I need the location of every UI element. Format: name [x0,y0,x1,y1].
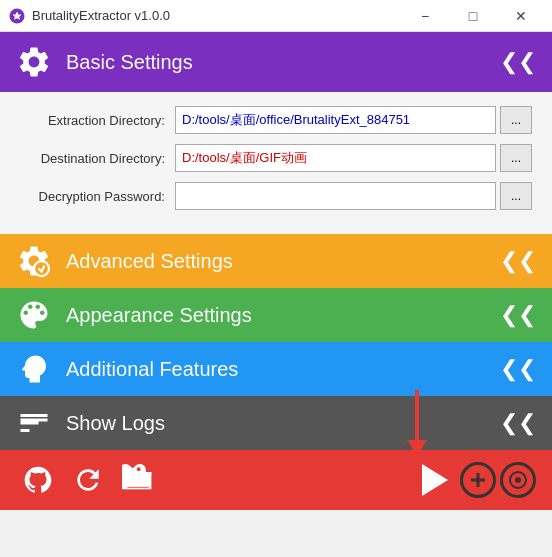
maximize-button[interactable]: □ [450,0,496,32]
app-icon [8,7,26,25]
window-controls: − □ ✕ [402,0,544,32]
play-icon [410,458,454,502]
additional-features-title: Additional Features [66,358,500,381]
arrow-indicator [407,390,427,456]
play-button[interactable] [408,456,456,504]
advanced-settings-title: Advanced Settings [66,250,500,273]
show-logs-title: Show Logs [66,412,500,435]
target-icon [507,469,529,491]
destination-dir-row: Destination Directory: ... [20,144,532,172]
palette-icon [16,297,52,333]
close-button[interactable]: ✕ [498,0,544,32]
title-bar: BrutalityExtractor v1.0.0 − □ ✕ [0,0,552,32]
circle-button-group [460,462,536,498]
basic-settings-chevron: ❮❮ [500,49,536,75]
advanced-settings-bar[interactable]: Advanced Settings ❮❮ [0,234,552,288]
app-title: BrutalityExtractor v1.0.0 [32,8,402,23]
target-circle-button[interactable] [500,462,536,498]
destination-dir-input[interactable] [175,144,496,172]
advanced-settings-chevron: ❮❮ [500,248,536,274]
github-button[interactable] [16,458,60,502]
refresh-button[interactable] [66,458,110,502]
archive-button[interactable] [116,458,160,502]
decryption-pwd-browse[interactable]: ... [500,182,532,210]
bottom-toolbar [0,450,552,510]
minimize-button[interactable]: − [402,0,448,32]
basic-settings-form: Extraction Directory: ... Destination Di… [0,92,552,234]
destination-dir-label: Destination Directory: [20,151,175,166]
basic-settings-title: Basic Settings [66,51,500,74]
logs-icon [16,405,52,441]
decryption-pwd-input[interactable] [175,182,496,210]
decryption-pwd-row: Decryption Password: ... [20,182,532,210]
show-logs-chevron: ❮❮ [500,410,536,436]
additional-features-bar[interactable]: Additional Features ❮❮ [0,342,552,396]
advanced-icon [16,243,52,279]
github-icon [22,464,54,496]
refresh-icon [72,464,104,496]
gear-icon [16,44,52,80]
brain-icon [16,351,52,387]
extraction-dir-row: Extraction Directory: ... [20,106,532,134]
add-circle-button[interactable] [460,462,496,498]
svg-point-8 [515,477,521,483]
show-logs-bar[interactable]: Show Logs ❮❮ [0,396,552,450]
plus-icon [468,470,488,490]
svg-marker-4 [422,464,448,496]
extraction-dir-input[interactable] [175,106,496,134]
destination-dir-browse[interactable]: ... [500,144,532,172]
additional-features-chevron: ❮❮ [500,356,536,382]
extraction-dir-browse[interactable]: ... [500,106,532,134]
appearance-settings-title: Appearance Settings [66,304,500,327]
basic-settings-header[interactable]: Basic Settings ❮❮ [0,32,552,92]
decryption-pwd-label: Decryption Password: [20,189,175,204]
appearance-settings-bar[interactable]: Appearance Settings ❮❮ [0,288,552,342]
extraction-dir-label: Extraction Directory: [20,113,175,128]
svg-point-1 [34,261,49,276]
archive-icon [122,464,154,496]
appearance-settings-chevron: ❮❮ [500,302,536,328]
